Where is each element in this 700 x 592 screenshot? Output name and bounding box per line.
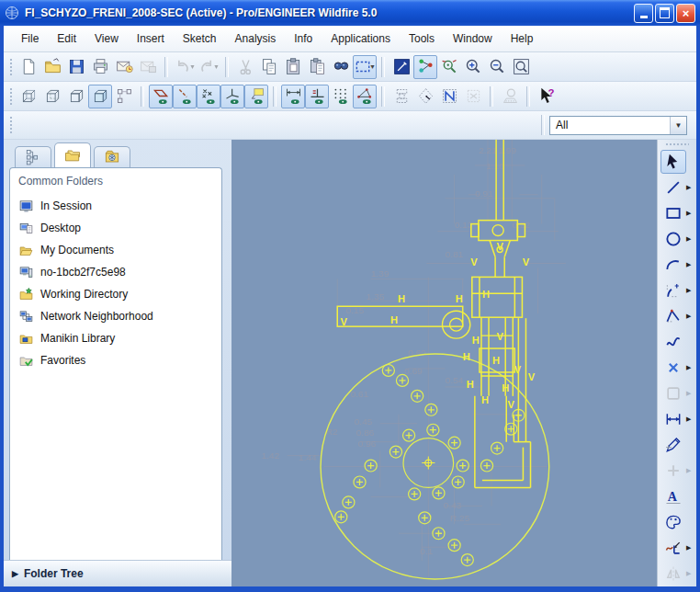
trim-tool[interactable] <box>660 536 686 560</box>
folder-item-in-session[interactable]: In Session <box>10 195 221 217</box>
chamfer-tool[interactable] <box>660 304 686 328</box>
menu-applications[interactable]: Applications <box>322 28 399 49</box>
arc-tool[interactable] <box>660 253 686 277</box>
chevron-down-icon[interactable]: ▼ <box>189 63 196 70</box>
select-items-button[interactable]: ▼ <box>353 55 377 79</box>
toolbar-handle[interactable] <box>8 115 13 135</box>
menu-analysis[interactable]: Analysis <box>227 28 285 49</box>
chevron-down-icon[interactable]: ▼ <box>213 63 220 70</box>
grid-display-button[interactable] <box>329 85 353 108</box>
flyout-arrow-icon[interactable]: ▶ <box>686 544 694 552</box>
open-button[interactable] <box>40 55 64 79</box>
paste-special-button[interactable] <box>305 55 329 79</box>
flyout-arrow-icon[interactable]: ▶ <box>686 313 694 320</box>
minimize-button[interactable] <box>634 4 653 23</box>
zoom-out-button[interactable] <box>485 55 509 79</box>
section-spin-button[interactable] <box>461 85 485 108</box>
circle-tool[interactable] <box>660 227 686 251</box>
offset-tool[interactable] <box>660 381 686 405</box>
section-vertex-button[interactable] <box>413 85 437 108</box>
refit-button[interactable] <box>509 55 533 79</box>
undo-button[interactable]: ▼ <box>173 55 197 79</box>
new-button[interactable] <box>17 55 40 79</box>
folder-item-manikin-library[interactable]: Manikin Library <box>10 327 221 349</box>
menu-view[interactable]: View <box>86 28 127 49</box>
context-help-button[interactable] <box>535 85 559 108</box>
plane-display-button[interactable] <box>149 85 173 108</box>
select-tool[interactable] <box>660 150 686 174</box>
flyout-arrow-icon[interactable]: ▶ <box>686 287 694 294</box>
title-bar[interactable]: FI_SCHYZO_FRENI_2008-SEC (Active) - Pro/… <box>0 0 700 26</box>
menu-help[interactable]: Help <box>502 28 542 49</box>
section-dimension-button[interactable] <box>390 85 413 108</box>
restore-button[interactable] <box>655 4 674 23</box>
folder-item-my-documents[interactable]: My Documents <box>10 239 221 261</box>
measure-button[interactable] <box>498 85 522 108</box>
flyout-arrow-icon[interactable]: ▶ <box>686 416 694 423</box>
constraint-display-button[interactable] <box>305 85 329 108</box>
flyout-arrow-icon[interactable]: ▶ <box>686 570 694 577</box>
menu-info[interactable]: Info <box>286 28 321 49</box>
chevron-down-icon[interactable]: ▼ <box>369 63 376 70</box>
spline-tool[interactable] <box>660 330 686 354</box>
flyout-arrow-icon[interactable]: ▶ <box>686 390 694 397</box>
dimension-tool[interactable] <box>660 407 686 431</box>
mirror-tool[interactable] <box>660 562 686 586</box>
menu-file[interactable]: File <box>13 28 47 49</box>
folder-item-no-1bcb2f7c5e98[interactable]: no-1bcb2f7c5e98 <box>10 261 221 283</box>
email-button[interactable] <box>112 55 136 79</box>
annotation-display-button[interactable] <box>244 85 268 108</box>
axis-display-button[interactable] <box>173 85 197 108</box>
point-display-button[interactable] <box>197 85 220 108</box>
toolbar-handle[interactable] <box>8 86 13 107</box>
section-constraint-button[interactable] <box>437 85 461 108</box>
tab-favorites[interactable] <box>94 146 130 167</box>
zoom-in-button[interactable] <box>461 55 485 79</box>
dimension-display-button[interactable] <box>281 85 305 108</box>
rectangle-tool[interactable] <box>660 201 686 225</box>
folder-tree-expander[interactable]: ▶ Folder Tree <box>4 560 231 586</box>
tab-folder-browser[interactable] <box>54 142 91 167</box>
find-button[interactable] <box>329 55 353 79</box>
close-button[interactable]: × <box>676 4 695 23</box>
folder-item-working-directory[interactable]: Working Directory <box>10 283 221 305</box>
csys-display-button[interactable] <box>220 85 244 108</box>
flyout-arrow-icon[interactable]: ▶ <box>686 467 694 474</box>
copy-button[interactable] <box>257 55 281 79</box>
graphics-area[interactable]: 2.211.991.100.910.130.222.010.811.391.35… <box>231 140 657 586</box>
flyout-arrow-icon[interactable]: ▶ <box>686 184 694 191</box>
redo-button[interactable]: ▼ <box>197 55 220 79</box>
menu-window[interactable]: Window <box>445 28 501 49</box>
orient-refit-button[interactable] <box>437 55 461 79</box>
menu-sketch[interactable]: Sketch <box>175 28 225 49</box>
tab-model-tree[interactable] <box>15 146 51 167</box>
no-hidden-button[interactable] <box>64 85 88 108</box>
flyout-arrow-icon[interactable]: ▶ <box>686 364 694 371</box>
cut-button[interactable] <box>233 55 257 79</box>
paste-button[interactable] <box>281 55 305 79</box>
chevron-down-icon[interactable]: ▼ <box>670 117 686 134</box>
vertex-display-button[interactable] <box>353 85 377 108</box>
folder-item-favorites[interactable]: Favorites <box>10 349 221 371</box>
modify-dimensions-tool[interactable] <box>660 433 686 457</box>
hidden-line-button[interactable] <box>40 85 64 108</box>
datum-display-button[interactable] <box>112 85 136 108</box>
print-button[interactable] <box>88 55 112 79</box>
flyout-arrow-icon[interactable]: ▶ <box>686 210 694 217</box>
palette-tool[interactable] <box>660 510 686 534</box>
send-model-button[interactable] <box>136 55 160 79</box>
flyout-arrow-icon[interactable]: ▶ <box>686 235 694 243</box>
constraint-tool[interactable] <box>660 459 686 483</box>
line-tool[interactable] <box>660 176 686 199</box>
toolbar-handle[interactable] <box>8 57 13 77</box>
toolbar-handle[interactable] <box>665 142 689 146</box>
text-tool[interactable] <box>660 484 686 508</box>
point-tool[interactable] <box>660 356 686 380</box>
selection-filter-select[interactable]: All ▼ <box>549 116 687 135</box>
flyout-arrow-icon[interactable]: ▶ <box>686 261 694 268</box>
wireframe-button[interactable] <box>17 85 40 108</box>
sketch-orientation-button[interactable] <box>390 55 413 79</box>
menu-edit[interactable]: Edit <box>49 28 85 49</box>
folder-item-network-neighborhood[interactable]: Network Neighborhood <box>10 305 221 327</box>
save-button[interactable] <box>64 55 88 79</box>
